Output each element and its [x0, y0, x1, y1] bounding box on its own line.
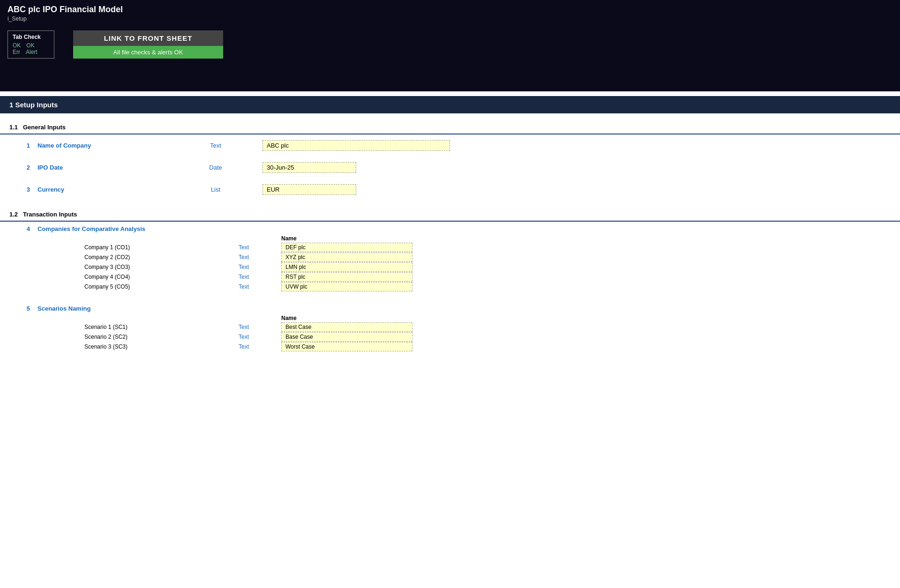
row-value-currency[interactable]: EUR [262, 184, 356, 195]
company-type-5: Text [206, 283, 281, 290]
companies-block: 4 Companies for Comparative Analysis Nam… [0, 222, 900, 301]
row-label-name-of-company: Name of Company [38, 142, 169, 149]
row-value-company-name[interactable]: ABC plc [262, 140, 450, 151]
app-subtitle: i_Setup [8, 15, 892, 22]
companies-table: Name Company 1 (CO1) Text DEF plc Compan… [84, 235, 891, 291]
scenarios-num: 5 [9, 305, 38, 312]
tab-alert-label: Alert [26, 49, 38, 55]
company-row: Company 5 (CO5) Text UVW plc [84, 282, 891, 291]
scenario-value-1[interactable]: Best Case [281, 322, 412, 332]
company-value-3[interactable]: LMN plc [281, 262, 412, 272]
companies-title-row: 4 Companies for Comparative Analysis [9, 225, 891, 232]
section1-header: 1 Setup Inputs [0, 96, 900, 113]
scenario-name-1: Scenario 1 (SC1) [84, 324, 206, 330]
row-label-ipo-date: IPO Date [38, 164, 169, 171]
input-row-2: 2 IPO Date Date 30-Jun-25 [0, 156, 900, 179]
row-num-2: 2 [9, 164, 38, 171]
tab-check-label: Tab Check [13, 34, 49, 40]
input-row-1: 1 Name of Company Text ABC plc [0, 134, 900, 156]
tab-err-label: Err [13, 49, 20, 55]
scenarios-title-row: 5 Scenarios Naming [9, 305, 891, 312]
scenario-type-2: Text [206, 334, 281, 340]
row-label-currency: Currency [38, 186, 169, 193]
scenario-name-2: Scenario 2 (SC2) [84, 334, 206, 340]
company-type-4: Text [206, 274, 281, 280]
row-num-1: 1 [9, 142, 38, 149]
company-value-4[interactable]: RST plc [281, 272, 412, 282]
scenario-value-3[interactable]: Worst Case [281, 342, 412, 351]
company-name-5: Company 5 (CO5) [84, 283, 206, 290]
scenario-row: Scenario 2 (SC2) Text Base Case [84, 332, 891, 342]
scenario-value-2[interactable]: Base Case [281, 332, 412, 342]
row-value-ipo-date[interactable]: 30-Jun-25 [262, 162, 356, 173]
tab-ok-value: OK [26, 42, 34, 49]
app-title: ABC plc IPO Financial Model [8, 5, 892, 15]
company-type-1: Text [206, 244, 281, 251]
company-value-5[interactable]: UVW plc [281, 282, 412, 291]
scenarios-table: Name Scenario 1 (SC1) Text Best Case Sce… [84, 315, 891, 351]
link-to-front-button[interactable]: LINK TO FRONT SHEET [73, 30, 223, 46]
company-name-3: Company 3 (CO3) [84, 264, 206, 270]
company-name-1: Company 1 (CO1) [84, 244, 206, 251]
input-row-3: 3 Currency List EUR [0, 179, 900, 201]
row-type-text-1: Text [169, 142, 262, 149]
main-content: 1 Setup Inputs 1.1 General Inputs 1 Name… [0, 96, 900, 380]
subsection-1-2-id: 1.2 [9, 211, 23, 218]
companies-label: Companies for Comparative Analysis [38, 225, 145, 232]
header-banner: ABC plc IPO Financial Model i_Setup Tab … [0, 0, 900, 91]
scenario-name-3: Scenario 3 (SC3) [84, 343, 206, 350]
row-type-list: List [169, 186, 262, 193]
company-name-2: Company 2 (CO2) [84, 254, 206, 261]
scenarios-col-header: Name [281, 315, 891, 321]
company-type-2: Text [206, 254, 281, 261]
subsection-1-1-id: 1.1 [9, 124, 23, 131]
company-type-3: Text [206, 264, 281, 270]
company-row: Company 3 (CO3) Text LMN plc [84, 262, 891, 272]
company-value-1[interactable]: DEF plc [281, 243, 412, 252]
tab-ok-label: OK [13, 42, 21, 49]
scenarios-label: Scenarios Naming [38, 305, 90, 312]
row-num-3: 3 [9, 186, 38, 193]
scenario-row: Scenario 1 (SC1) Text Best Case [84, 322, 891, 332]
subsection-1-1: 1.1 General Inputs [0, 118, 900, 134]
subsection-1-2-label: Transaction Inputs [23, 211, 77, 218]
companies-col-header: Name [281, 235, 891, 242]
link-block: LINK TO FRONT SHEET All file checks & al… [73, 30, 223, 59]
row-type-date: Date [169, 164, 262, 171]
company-value-2[interactable]: XYZ plc [281, 253, 412, 262]
status-message: All file checks & alerts OK [73, 46, 223, 59]
tab-check-box: Tab Check OK OK Err Alert [8, 30, 54, 59]
company-name-4: Company 4 (CO4) [84, 274, 206, 280]
subsection-1-1-label: General Inputs [23, 124, 66, 131]
scenarios-block: 5 Scenarios Naming Name Scenario 1 (SC1)… [0, 301, 900, 361]
scenario-row: Scenario 3 (SC3) Text Worst Case [84, 342, 891, 351]
company-row: Company 1 (CO1) Text DEF plc [84, 243, 891, 252]
companies-num: 4 [9, 225, 38, 232]
company-row: Company 2 (CO2) Text XYZ plc [84, 253, 891, 262]
scenario-type-3: Text [206, 343, 281, 350]
scenario-type-1: Text [206, 324, 281, 330]
subsection-1-2: 1.2 Transaction Inputs [0, 205, 900, 222]
company-row: Company 4 (CO4) Text RST plc [84, 272, 891, 282]
